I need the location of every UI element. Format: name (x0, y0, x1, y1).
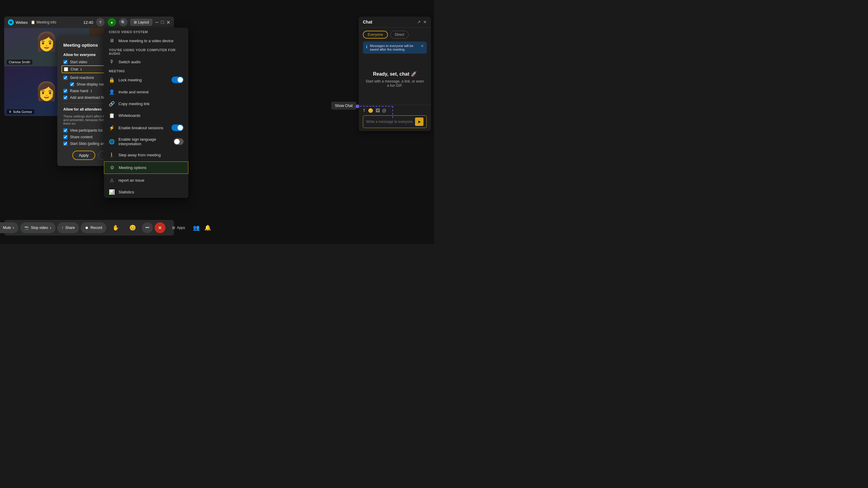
menu-item-meeting-options[interactable]: ⚙ Meeting options (104, 161, 188, 174)
apps-button[interactable]: ⊞ Apps (168, 223, 189, 232)
more-options-button[interactable]: ••• (142, 222, 153, 233)
modal-title: Meeting options (63, 42, 98, 47)
menu-item-step-away[interactable]: 🚶 Step away from meeting (104, 149, 188, 161)
record-icon: ⏺ (85, 226, 89, 230)
menu-item-sign-language[interactable]: 🌐 Enable sign language interpretation (104, 134, 188, 149)
toolbar-center: 🎙 Mute ▾ 📷 Stop video ▾ ↑ Share ⏺ Record… (0, 222, 165, 233)
report-issue-label: report an issue (119, 178, 144, 183)
lock-meeting-toggle[interactable] (172, 76, 184, 83)
webex-logo-area: W Webex (8, 19, 28, 25)
menu-item-statistics[interactable]: 📊 Statistics (104, 186, 188, 198)
stop-video-button[interactable]: 📷 Stop video ▾ (20, 222, 56, 233)
connector-dot (355, 104, 359, 108)
invite-icon: 👤 (109, 89, 115, 95)
send-message-button[interactable]: ➤ (415, 118, 424, 126)
mute-chevron: ▾ (13, 226, 14, 230)
status-icon-button[interactable]: ● (107, 18, 116, 27)
close-window-button[interactable]: ✕ (166, 20, 170, 25)
chat-popout-icon[interactable]: ↗ (417, 20, 421, 24)
chat-input-area: T 😊 🖼 @ ➤ (359, 105, 431, 131)
start-video-checkbox[interactable] (63, 60, 67, 64)
switch-audio-icon: 🎙 (109, 59, 115, 64)
layout-icon: ⊞ (134, 20, 137, 24)
audio-section-title: You're using your computer for audio (104, 46, 188, 56)
menu-item-breakout[interactable]: ⚡ Enable breakout sessions (104, 121, 188, 134)
context-menu: Cisco video system 🖥 Move meeting to a v… (104, 28, 188, 198)
search-icon-button[interactable]: 🔍 (119, 18, 127, 27)
share-icon: ↑ (61, 226, 63, 230)
breakout-toggle[interactable] (172, 124, 184, 131)
hand-icon: ✋ (113, 224, 119, 231)
menu-item-lock-meeting[interactable]: 🔒 Lock meeting (104, 73, 188, 86)
view-participants-label: View participants list (70, 128, 103, 133)
text-format-icon[interactable]: T (363, 108, 366, 113)
mic-icon: 🎙 (0, 226, 1, 230)
show-display-name-checkbox[interactable] (70, 82, 74, 87)
menu-item-whiteboards[interactable]: 📋 Whiteboards (104, 110, 188, 121)
switch-audio-label: Switch audio (119, 60, 141, 64)
sign-language-icon: 🌐 (109, 139, 115, 144)
chat-notice: ℹ Messages to everyone will be saved aft… (363, 41, 427, 54)
menu-item-move-meeting[interactable]: 🖥 Move meeting to a video device (104, 35, 188, 46)
menu-item-copy-link[interactable]: 🔗 Copy meeting link (104, 98, 188, 110)
chat-body: Ready, set, chat 🚀 Start with a message,… (359, 54, 431, 105)
start-slido-checkbox[interactable] (63, 141, 67, 146)
tab-everyone[interactable]: Everyone (363, 31, 388, 38)
apply-button[interactable]: Apply (72, 151, 96, 160)
add-files-checkbox[interactable] (63, 96, 67, 100)
sign-language-label: Enable sign language interpretation (119, 137, 170, 146)
chat-format-toolbar: T 😊 🖼 @ (363, 108, 427, 113)
emoji-picker-icon[interactable]: 😊 (368, 108, 373, 113)
menu-item-report-issue[interactable]: ⚠ report an issue (104, 174, 188, 186)
bell-icon: 🔔 (204, 225, 211, 231)
step-away-icon: 🚶 (109, 152, 115, 158)
sign-language-toggle[interactable] (174, 138, 184, 145)
menu-item-invite[interactable]: 👤 Invite and remind (104, 86, 188, 98)
meeting-options-icon: ⚙ (109, 165, 115, 170)
record-label: Record (90, 226, 102, 230)
minimize-button[interactable]: ─ (155, 20, 158, 25)
record-button[interactable]: ⏺ Record (81, 222, 106, 233)
statistics-label: Statistics (119, 190, 134, 194)
notice-close-button[interactable]: ✕ (421, 44, 424, 48)
share-content-checkbox[interactable] (63, 135, 67, 139)
lock-meeting-label: Lock meeting (119, 78, 142, 82)
cisco-section-title: Cisco video system (104, 28, 188, 35)
meeting-toolbar: ⬤ ⊞ ▾ 🎙 Mute ▾ 📷 Stop video ▾ ↑ Share (4, 220, 174, 235)
chat-checkbox[interactable] (64, 67, 68, 71)
show-chat-label: Show Chat (335, 104, 352, 108)
mute-button[interactable]: 🎙 Mute ▾ (0, 222, 19, 233)
raise-hand-checkbox[interactable] (63, 89, 67, 93)
gif-icon[interactable]: 🖼 (375, 108, 380, 113)
layout-button[interactable]: ⊞ Layout (130, 19, 152, 26)
dashed-connector-vertical (393, 106, 393, 118)
breakout-label: Enable breakout sessions (119, 126, 163, 130)
chat-panel: Chat ↗ ✕ Everyone Direct ℹ Messages to e… (359, 17, 431, 131)
chat-close-icon[interactable]: ✕ (423, 20, 427, 24)
meeting-time: 12:40 (83, 20, 93, 25)
chat-ready-subtitle: Start with a message, a link, or even a … (365, 79, 425, 88)
hand-raise-button[interactable]: ✋ (108, 222, 123, 233)
notifications-button[interactable]: 🔔 (203, 223, 212, 232)
meeting-options-menu-label: Meeting options (119, 165, 147, 170)
app-title: Webex (16, 20, 28, 25)
tab-direct[interactable]: Direct (390, 31, 409, 38)
help-icon-button[interactable]: ? (96, 18, 104, 27)
maximize-button[interactable]: □ (161, 20, 164, 25)
whiteboards-label: Whiteboards (119, 113, 141, 118)
start-video-label: Start video (70, 60, 87, 64)
participants-button[interactable]: 👥 (192, 223, 201, 232)
chat-message-input[interactable] (366, 120, 412, 124)
share-button[interactable]: ↑ Share (57, 222, 79, 233)
send-reactions-checkbox[interactable] (63, 76, 67, 80)
mention-icon[interactable]: @ (382, 108, 386, 113)
meeting-info-button[interactable]: 📋 Meeting info (31, 20, 56, 24)
chat-info-icon: ℹ (81, 67, 82, 71)
view-participants-checkbox[interactable] (63, 128, 67, 133)
send-reactions-label: Send reactions (70, 76, 94, 80)
move-meeting-icon: 🖥 (109, 38, 115, 43)
end-call-button[interactable]: ✕ (155, 222, 165, 233)
menu-item-switch-audio[interactable]: 🎙 Switch audio (104, 56, 188, 67)
reactions-button[interactable]: 😊 (125, 222, 140, 233)
main-container: 👩 Clarissa Smith 👴 👩 🎙 Sofia Gomez 👩‍💼 (0, 0, 434, 244)
